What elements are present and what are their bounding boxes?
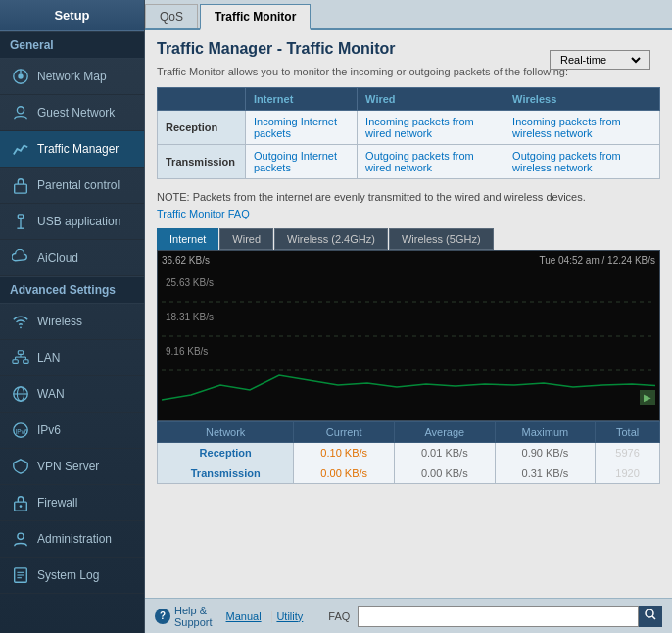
svg-point-22 bbox=[20, 505, 23, 508]
stats-col-average: Average bbox=[395, 422, 496, 443]
row-reception-wired: Incoming packets from wired network bbox=[358, 111, 504, 145]
sidebar-label-firewall: Firewall bbox=[37, 496, 77, 510]
bottom-links: Manual | Utility bbox=[226, 609, 310, 623]
tab-qos[interactable]: QoS bbox=[145, 4, 198, 28]
sidebar-item-firewall[interactable]: Firewall bbox=[0, 485, 144, 521]
svg-rect-10 bbox=[13, 360, 18, 364]
sidebar-label-guest-network: Guest Network bbox=[37, 106, 115, 120]
administration-icon bbox=[10, 528, 31, 550]
faq-link[interactable]: Traffic Monitor FAQ bbox=[157, 208, 250, 219]
col-internet: Internet bbox=[246, 88, 358, 111]
sidebar-label-system-log: System Log bbox=[37, 568, 99, 582]
note-text: NOTE: Packets from the internet are even… bbox=[157, 191, 660, 203]
scroll-indicator[interactable]: ▶ bbox=[640, 390, 655, 405]
wireless-icon bbox=[10, 311, 31, 332]
stats-transmission-label: Transmission bbox=[158, 463, 294, 484]
row-reception-internet: Incoming Internet packets bbox=[246, 111, 358, 145]
main-tabs: QoS Traffic Monitor bbox=[145, 0, 672, 30]
graph-max-label: 36.62 KB/s bbox=[162, 255, 210, 266]
sidebar-label-administration: Administration bbox=[37, 532, 112, 546]
row-transmission-label: Transmission bbox=[158, 145, 246, 179]
stats-transmission-total: 1920 bbox=[596, 463, 660, 484]
sidebar-item-traffic-manager[interactable]: Traffic Manager bbox=[0, 131, 144, 168]
svg-text:IPv6: IPv6 bbox=[16, 428, 28, 435]
network-map-icon bbox=[10, 66, 31, 87]
search-button[interactable] bbox=[639, 606, 662, 627]
monitor-tabs: Internet Wired Wireless (2.4GHz) Wireles… bbox=[157, 228, 660, 250]
sidebar-item-parental-control[interactable]: Parental control bbox=[0, 168, 144, 204]
stats-reception-average: 0.01 KB/s bbox=[395, 443, 496, 463]
stats-col-total: Total bbox=[596, 422, 660, 443]
general-section-title: General bbox=[0, 31, 144, 59]
sidebar-label-vpn-server: VPN Server bbox=[37, 460, 99, 473]
sidebar-label-parental-control: Parental control bbox=[37, 178, 120, 192]
svg-point-23 bbox=[18, 533, 24, 539]
svg-rect-9 bbox=[18, 351, 23, 355]
sidebar-item-usb-application[interactable]: USB application bbox=[0, 204, 144, 240]
stats-row-transmission: Transmission 0.00 KB/s 0.00 KB/s 0.31 KB… bbox=[158, 463, 660, 484]
sidebar-label-network-map: Network Map bbox=[37, 70, 107, 83]
system-log-icon bbox=[10, 564, 31, 586]
row-transmission-internet: Outgoing Internet packets bbox=[246, 145, 358, 179]
stats-transmission-current: 0.00 KB/s bbox=[294, 463, 395, 484]
sidebar-item-vpn-server[interactable]: VPN Server bbox=[0, 449, 144, 485]
row-transmission-wireless: Outgoing packets from wireless network bbox=[504, 145, 660, 179]
usb-application-icon bbox=[10, 211, 31, 232]
faq-bottom-label: FAQ bbox=[328, 610, 350, 622]
sidebar-item-aicloud[interactable]: AiCloud bbox=[0, 240, 144, 276]
sidebar-header: Setup bbox=[0, 0, 144, 31]
tab-traffic-monitor[interactable]: Traffic Monitor bbox=[200, 4, 311, 30]
stats-transmission-average: 0.00 KB/s bbox=[395, 463, 496, 484]
parental-control-icon bbox=[10, 174, 31, 196]
graph-timestamp: Tue 04:52 am / 12.24 KB/s bbox=[539, 255, 655, 266]
stats-row-reception: Reception 0.10 KB/s 0.01 KB/s 0.90 KB/s … bbox=[158, 443, 660, 463]
sidebar-item-system-log[interactable]: System Log bbox=[0, 558, 144, 594]
row-reception-label: Reception bbox=[158, 111, 246, 145]
vpn-server-icon bbox=[10, 456, 31, 477]
stats-reception-maximum: 0.90 KB/s bbox=[495, 443, 596, 463]
realtime-select[interactable]: Real-time Last 24 Hours Last 7 Days bbox=[556, 53, 644, 67]
sidebar-item-wireless[interactable]: Wireless bbox=[0, 304, 144, 340]
svg-point-8 bbox=[20, 326, 22, 328]
monitor-tab-wireless-24[interactable]: Wireless (2.4GHz) bbox=[274, 228, 388, 250]
help-label: Help & Support bbox=[174, 605, 213, 628]
info-table: Internet Wired Wireless Reception Incomi… bbox=[157, 87, 660, 179]
aicloud-icon bbox=[10, 247, 31, 268]
svg-rect-5 bbox=[18, 215, 23, 219]
svg-point-1 bbox=[18, 73, 23, 78]
graph-canvas: 25.63 KB/s 18.31 KB/s 9.16 KB/s ▶ bbox=[162, 268, 655, 405]
realtime-dropdown[interactable]: Real-time Last 24 Hours Last 7 Days bbox=[550, 50, 650, 70]
search-input[interactable] bbox=[358, 606, 639, 627]
manual-link[interactable]: Manual bbox=[226, 610, 262, 622]
traffic-manager-icon bbox=[10, 138, 31, 160]
sidebar-label-lan: LAN bbox=[37, 351, 60, 365]
stats-col-current: Current bbox=[294, 422, 395, 443]
sidebar-item-network-map[interactable]: Network Map bbox=[0, 59, 144, 95]
svg-line-32 bbox=[652, 616, 655, 619]
ipv6-icon: IPv6 bbox=[10, 419, 31, 441]
col-wireless: Wireless bbox=[504, 88, 660, 111]
monitor-tab-internet[interactable]: Internet bbox=[157, 228, 218, 250]
utility-link[interactable]: Utility bbox=[276, 610, 303, 622]
sidebar-label-wan: WAN bbox=[37, 387, 65, 401]
sidebar-item-ipv6[interactable]: IPv6 IPv6 bbox=[0, 413, 144, 449]
stats-col-maximum: Maximum bbox=[495, 422, 596, 443]
svg-rect-11 bbox=[24, 360, 28, 364]
sidebar-label-ipv6: IPv6 bbox=[37, 423, 61, 437]
sidebar-item-wan[interactable]: WAN bbox=[0, 376, 144, 413]
svg-point-31 bbox=[646, 609, 653, 617]
monitor-tab-wireless-5[interactable]: Wireless (5GHz) bbox=[389, 228, 494, 250]
sidebar-item-lan[interactable]: LAN bbox=[0, 340, 144, 376]
help-icon: ? bbox=[155, 609, 170, 624]
sidebar-item-guest-network[interactable]: Guest Network bbox=[0, 95, 144, 131]
help-section: ? Help & Support bbox=[155, 605, 213, 628]
bottom-bar: ? Help & Support Manual | Utility FAQ bbox=[145, 598, 672, 633]
stats-reception-current: 0.10 KB/s bbox=[294, 443, 395, 463]
firewall-icon bbox=[10, 492, 31, 513]
col-wired: Wired bbox=[358, 88, 504, 111]
sidebar-item-administration[interactable]: Administration bbox=[0, 521, 144, 558]
svg-point-3 bbox=[17, 107, 24, 114]
graph-gridlines bbox=[162, 268, 655, 405]
monitor-tab-wired[interactable]: Wired bbox=[219, 228, 273, 250]
sidebar-label-usb-application: USB application bbox=[37, 215, 120, 228]
